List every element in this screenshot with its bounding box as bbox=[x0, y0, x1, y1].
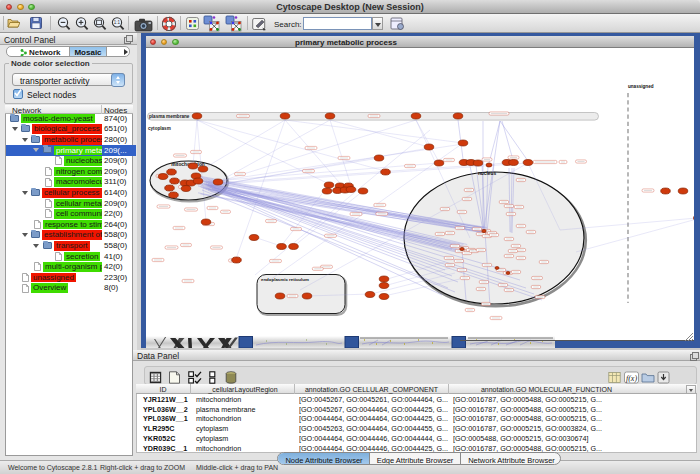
svg-text:nucleus: nucleus bbox=[478, 171, 496, 176]
svg-text:unassigned: unassigned bbox=[628, 84, 654, 89]
svg-text:endoplasmic reticulum: endoplasmic reticulum bbox=[261, 277, 309, 282]
svg-text:cytoplasm: cytoplasm bbox=[148, 126, 171, 131]
svg-text:1:1: 1:1 bbox=[114, 20, 121, 25]
svg-text:f(x): f(x) bbox=[626, 374, 637, 383]
svg-text:plasma membrane: plasma membrane bbox=[149, 114, 190, 119]
